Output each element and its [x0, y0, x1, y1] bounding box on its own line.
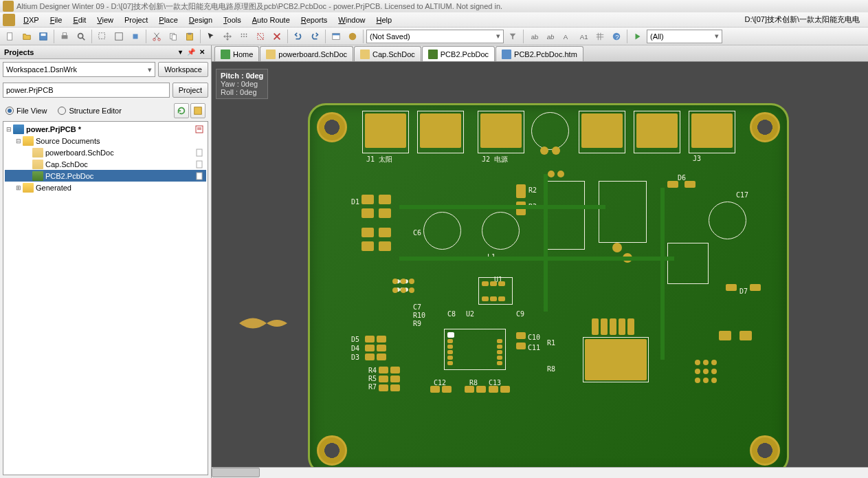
doc-icon: [195, 160, 203, 169]
string-button[interactable]: A: [559, 29, 575, 44]
menu-autoroute[interactable]: Auto Route: [247, 14, 296, 25]
tree-file-pcb2[interactable]: PCB2.PcbDoc: [5, 170, 206, 182]
menu-help[interactable]: Help: [370, 14, 397, 25]
new-button[interactable]: [3, 29, 18, 44]
panel-close-icon[interactable]: ✕: [197, 47, 207, 57]
orientation-overlay: Pitch : 0deg Yaw : 0deg Roll : 0deg: [216, 69, 268, 99]
svg-point-28: [349, 32, 357, 40]
svg-rect-4: [63, 32, 66, 35]
zoom-region-button[interactable]: [95, 29, 110, 44]
tree-file-powerboard[interactable]: powerboard.SchDoc: [5, 146, 206, 158]
pcb-board[interactable]: J1 太阳 J2 电源 J3 D1: [308, 103, 789, 467]
tree-source-docs[interactable]: ⊟ Source Documents: [5, 135, 206, 146]
svg-rect-8: [115, 32, 123, 40]
zoom-fit-button[interactable]: [111, 29, 126, 44]
menu-file[interactable]: File: [45, 14, 68, 25]
svg-point-21: [246, 36, 247, 37]
horizontal-scrollbar[interactable]: [212, 467, 868, 478]
svg-rect-2: [41, 33, 46, 36]
deselect-button[interactable]: [253, 29, 268, 44]
svg-text:ab: ab: [531, 32, 539, 40]
font-button[interactable]: ab: [543, 29, 558, 44]
project-input[interactable]: power.PrjPCB: [3, 83, 170, 98]
svg-rect-40: [197, 161, 202, 168]
project-tree[interactable]: ⊟ power.PrjPCB * ⊟ Source Documents powe…: [3, 121, 208, 475]
help-button[interactable]: ?: [609, 29, 624, 44]
tab-powerboard[interactable]: powerboard.SchDoc: [260, 46, 353, 61]
next-button[interactable]: [630, 29, 645, 44]
menu-place[interactable]: Place: [153, 14, 183, 25]
menu-view[interactable]: View: [91, 14, 119, 25]
tab-home[interactable]: Home: [214, 46, 259, 61]
designator-button[interactable]: A1: [576, 29, 591, 44]
save-button[interactable]: [36, 29, 51, 44]
tree-file-cap[interactable]: Cap.SchDoc: [5, 158, 206, 170]
browse-button[interactable]: [329, 29, 344, 44]
filter-apply-button[interactable]: [505, 29, 520, 44]
paste-button[interactable]: [182, 29, 197, 44]
move-button[interactable]: [220, 29, 235, 44]
refresh-icon[interactable]: [174, 103, 189, 118]
doc-icon: [195, 149, 203, 157]
titlebar: Altium Designer Winter 09 - D:\[07]技术创新\…: [0, 0, 868, 12]
svg-point-17: [243, 33, 245, 34]
dxp-icon[interactable]: [3, 14, 15, 26]
toolbar: (Not Saved) ab ab A A1 ? (All): [0, 28, 868, 45]
svg-point-5: [78, 33, 83, 38]
print-button[interactable]: [57, 29, 72, 44]
svg-rect-13: [172, 34, 176, 40]
workspace-button[interactable]: Workspace: [158, 62, 208, 77]
svg-point-19: [241, 36, 243, 37]
workspace-dropdown[interactable]: Workspace1.DsnWrk: [3, 62, 155, 77]
svg-line-23: [258, 33, 264, 39]
tab-pcb2-htm[interactable]: PCB2.PcbDoc.htm: [496, 46, 583, 61]
svg-point-16: [241, 33, 243, 34]
drag-button[interactable]: [236, 29, 252, 44]
project-button[interactable]: Project: [173, 83, 208, 98]
panel-dropdown-icon[interactable]: ▾: [175, 47, 185, 57]
scope-combo[interactable]: (All): [647, 30, 722, 43]
menu-design[interactable]: Design: [183, 14, 218, 25]
structure-label: Structure Editor: [69, 107, 121, 115]
recent-path[interactable]: D:\[07]技术创新\一款太阳能充电电: [745, 14, 865, 25]
grid-button[interactable]: [592, 29, 608, 44]
copy-button[interactable]: [166, 29, 181, 44]
menubar: DXP File Edit View Project Place Design …: [0, 12, 868, 28]
svg-rect-41: [197, 173, 202, 180]
filter-combo[interactable]: (Not Saved): [366, 30, 504, 43]
structure-radio[interactable]: [58, 107, 66, 115]
mounting-hole: [750, 112, 780, 142]
menu-reports[interactable]: Reports: [296, 14, 333, 25]
svg-rect-27: [333, 33, 340, 35]
svg-rect-9: [133, 34, 138, 39]
menu-tools[interactable]: Tools: [218, 14, 247, 25]
fileview-label: File View: [16, 107, 47, 115]
redo-button[interactable]: [307, 29, 322, 44]
panel-pin-icon[interactable]: 📌: [186, 47, 196, 57]
menu-edit[interactable]: Edit: [67, 14, 91, 25]
panel-header: Projects ▾ 📌 ✕: [0, 45, 211, 59]
menu-project[interactable]: Project: [119, 14, 153, 25]
tab-pcb2[interactable]: PCB2.PcbDoc: [422, 46, 495, 61]
clear-button[interactable]: [269, 29, 285, 44]
tree-generated[interactable]: ⊞ Generated: [5, 182, 206, 193]
select-button[interactable]: [203, 29, 219, 44]
cut-button[interactable]: [149, 29, 164, 44]
undo-button[interactable]: [291, 29, 306, 44]
tree-project-root[interactable]: ⊟ power.PrjPCB *: [5, 123, 206, 135]
app-icon: [3, 1, 14, 12]
preview-button[interactable]: [74, 29, 89, 44]
window-title: Altium Designer Winter 09 - D:\[07]技术创新\…: [16, 1, 502, 12]
text-button[interactable]: ab: [526, 29, 542, 44]
menu-dxp[interactable]: DXP: [18, 14, 45, 25]
zoom-selected-button[interactable]: [128, 29, 143, 44]
svg-text:?: ?: [615, 32, 619, 40]
mounting-hole: [317, 435, 347, 466]
fileview-radio[interactable]: [5, 107, 14, 115]
open-button[interactable]: [19, 29, 34, 44]
options-icon[interactable]: [190, 103, 205, 118]
tab-cap[interactable]: Cap.SchDoc: [354, 46, 421, 61]
pcb-3d-canvas[interactable]: Pitch : 0deg Yaw : 0deg Roll : 0deg J1 太…: [212, 62, 868, 467]
menu-window[interactable]: Window: [333, 14, 370, 25]
altium-web-button[interactable]: [345, 29, 360, 44]
